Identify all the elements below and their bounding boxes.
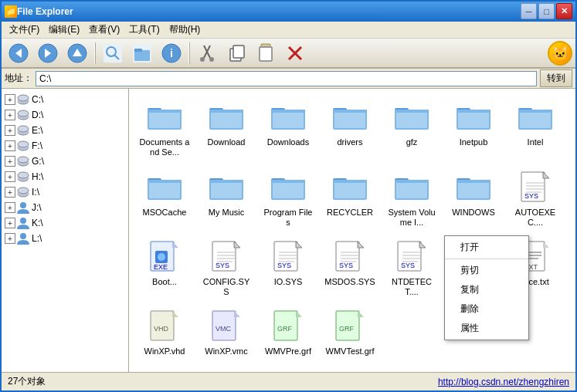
search-button[interactable] [99, 40, 127, 66]
svg-rect-91 [333, 180, 367, 183]
address-input[interactable] [36, 71, 537, 86]
file-item-6[interactable]: Intel [506, 95, 565, 161]
file-label: WinXP.vmc [205, 346, 247, 357]
svg-text:SYS: SYS [277, 262, 291, 269]
back-button[interactable] [5, 40, 32, 66]
svg-point-16 [200, 57, 205, 62]
file-label: IO.SYS [274, 277, 303, 287]
file-panel: Documents and Se... Download Downloads d… [129, 89, 575, 372]
menu-view[interactable]: 查看(V) [84, 22, 124, 38]
svg-rect-62 [334, 111, 365, 128]
svg-rect-55 [209, 110, 243, 113]
file-item-23[interactable]: GRF WMVPre.grf [259, 304, 317, 360]
tree-item-1[interactable]: +D:\ [2, 107, 128, 123]
file-item-24[interactable]: GRF WMVTest.grf [321, 304, 379, 360]
menu-tools[interactable]: 工具(T) [124, 22, 164, 38]
svg-text:GRF: GRF [277, 325, 293, 333]
ctx-item-2[interactable]: 复制 [445, 280, 528, 299]
svg-point-45 [20, 202, 26, 208]
tree-item-8[interactable]: +K:\ [2, 215, 128, 231]
svg-rect-10 [134, 50, 150, 61]
file-item-0[interactable]: Documents and Se... [135, 95, 194, 161]
file-label: Intel [528, 137, 544, 147]
tree-item-9[interactable]: +L:\ [2, 231, 128, 246]
file-label: WMVTest.grf [326, 346, 375, 357]
svg-point-41 [18, 172, 29, 178]
svg-rect-70 [458, 111, 489, 128]
svg-marker-154 [543, 242, 549, 248]
file-item-4[interactable]: gfz [382, 95, 441, 161]
svg-rect-50 [149, 111, 180, 128]
svg-rect-86 [273, 181, 304, 198]
ctx-item-4[interactable]: 属性 [445, 319, 528, 338]
svg-point-38 [18, 157, 29, 163]
svg-rect-54 [211, 111, 242, 128]
tree-item-6[interactable]: +I:\ [2, 184, 128, 200]
tree-item-7[interactable]: +J:\ [2, 200, 128, 215]
toolbar-separator-2 [188, 42, 190, 64]
file-item-5[interactable]: Inetpub [444, 95, 503, 161]
file-icon [455, 99, 492, 136]
maximize-button[interactable]: □ [538, 3, 555, 19]
file-icon [331, 99, 368, 136]
svg-rect-79 [148, 180, 182, 183]
blog-link[interactable]: http://blog.csdn.net/zhengzhiren [438, 377, 569, 387]
file-label: Download [208, 137, 246, 147]
file-item-1[interactable]: Download [197, 95, 256, 161]
file-item-2[interactable]: Downloads [259, 95, 317, 161]
menu-edit[interactable]: 编辑(E) [44, 22, 84, 38]
forward-button[interactable] [34, 40, 62, 66]
file-label: drivers [337, 137, 362, 147]
close-button[interactable]: ✕ [556, 3, 572, 19]
file-item-8[interactable]: My Music [197, 165, 256, 231]
up-button[interactable] [63, 40, 91, 66]
paste-button[interactable] [252, 40, 280, 66]
svg-rect-90 [334, 181, 365, 198]
go-button[interactable]: 转到 [540, 69, 572, 87]
ctx-item-3[interactable]: 删除 [445, 299, 528, 319]
file-label: MSOCache [143, 208, 187, 218]
minimize-button[interactable]: ─ [521, 3, 537, 19]
file-item-17[interactable]: SYS MSDOS.SYS [321, 235, 379, 301]
file-icon: SYS [270, 238, 307, 275]
file-label: RECYCLER [327, 208, 373, 218]
file-item-9[interactable]: Program Files [259, 165, 317, 231]
file-item-15[interactable]: SYS CONFIG.SYS [197, 235, 256, 301]
file-item-21[interactable]: VHD WinXP.vhd [135, 304, 194, 360]
svg-point-32 [18, 126, 29, 132]
file-item-11[interactable]: System Volume I... [382, 165, 441, 231]
file-item-3[interactable]: drivers [321, 95, 379, 161]
cut-button[interactable] [193, 40, 221, 66]
file-item-16[interactable]: SYS IO.SYS [259, 235, 317, 301]
file-icon: VHD [146, 308, 183, 345]
file-label: WinXP.vhd [144, 346, 185, 357]
file-item-10[interactable]: RECYCLER [321, 165, 379, 231]
tree-item-5[interactable]: +H:\ [2, 169, 128, 184]
svg-marker-109 [172, 242, 178, 248]
file-item-18[interactable]: SYS NTDETECT.... [382, 235, 441, 301]
file-item-12[interactable]: WINDOWS [444, 165, 503, 231]
copy-button[interactable] [222, 40, 250, 66]
svg-rect-59 [271, 110, 305, 113]
file-item-22[interactable]: VMC WinXP.vmc [197, 304, 256, 360]
svg-text:SYS: SYS [524, 192, 538, 200]
file-item-14[interactable]: EXE Boot... [135, 235, 194, 301]
tree-item-0[interactable]: +C:\ [2, 92, 128, 107]
svg-point-44 [18, 188, 29, 194]
info-button[interactable]: i [158, 40, 185, 66]
svg-rect-87 [271, 180, 305, 183]
menu-help[interactable]: 帮助(H) [165, 22, 205, 38]
tree-item-3[interactable]: +F:\ [2, 138, 128, 154]
tree-item-4[interactable]: +G:\ [2, 154, 128, 169]
ctx-item-0[interactable]: 打开 [445, 238, 528, 257]
delete-button[interactable] [281, 40, 309, 66]
tree-item-2[interactable]: +E:\ [2, 123, 128, 138]
app-icon: 📁 [5, 5, 17, 18]
svg-rect-21 [260, 47, 272, 61]
menu-file[interactable]: 文件(F) [5, 22, 44, 38]
folders-button[interactable] [128, 40, 156, 66]
ctx-item-1[interactable]: 剪切 [445, 261, 528, 280]
file-label: Documents and Se... [139, 137, 190, 157]
file-item-7[interactable]: MSOCache [135, 165, 194, 231]
file-item-13[interactable]: SYS AUTOEXEC.... [506, 165, 565, 231]
